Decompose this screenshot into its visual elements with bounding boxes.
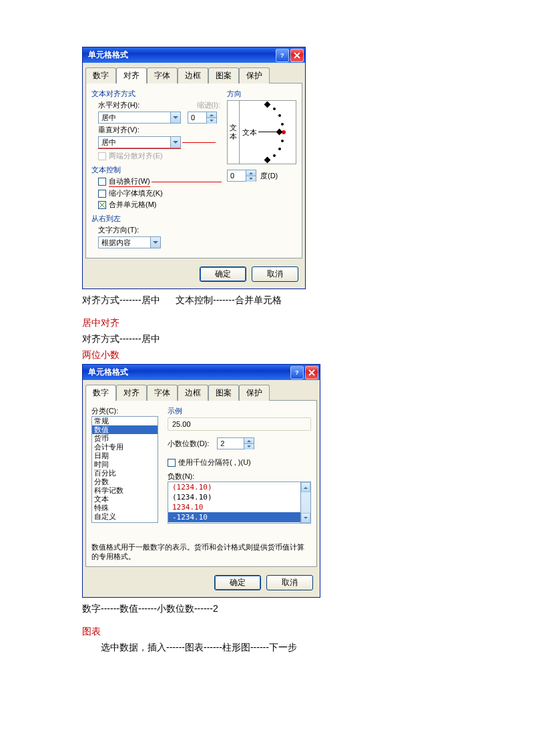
list-item[interactable]: 会计专用 bbox=[92, 443, 158, 451]
list-item[interactable]: 日期 bbox=[92, 451, 158, 460]
decimal-places-spinner[interactable]: 2 bbox=[217, 437, 254, 449]
list-item[interactable]: (1234.10) bbox=[168, 482, 300, 492]
wrap-checkbox[interactable] bbox=[98, 178, 106, 186]
section-text-alignment: 文本对齐方式 bbox=[91, 89, 223, 99]
negative-numbers-listbox[interactable]: (1234.10) (1234.10) 1234.10 -1234.10 bbox=[168, 482, 311, 524]
cancel-button[interactable]: 取消 bbox=[252, 266, 298, 282]
list-item[interactable]: -1234.10 bbox=[168, 512, 300, 522]
tab-protect[interactable]: 保护 bbox=[239, 385, 270, 401]
tab-pattern[interactable]: 图案 bbox=[208, 385, 239, 401]
shrink-checkbox[interactable] bbox=[98, 190, 106, 198]
justify-distribute-label: 两端分散对齐(E) bbox=[109, 151, 163, 161]
dialog-title: 单元格格式 bbox=[88, 367, 289, 378]
cell-format-dialog-number: 单元格格式 ? 数字 对齐 字体 边框 图案 保护 分类(C): 常规 数值 货… bbox=[82, 364, 320, 598]
list-item[interactable]: 分数 bbox=[92, 478, 158, 486]
tab-protect[interactable]: 保护 bbox=[239, 67, 270, 83]
h-align-label: 水平对齐(H): bbox=[98, 100, 140, 110]
tab-alignment[interactable]: 对齐 bbox=[116, 385, 147, 401]
text-dir-combo[interactable]: 根据内容 bbox=[98, 236, 161, 248]
tab-panel-number: 分类(C): 常规 数值 货币 会计专用 日期 时间 百分比 分数 科学记数 文… bbox=[85, 400, 317, 567]
v-align-label: 垂直对齐(V): bbox=[98, 125, 140, 135]
category-label: 分类(C): bbox=[91, 406, 158, 416]
section-rtl: 从右到左 bbox=[91, 214, 223, 224]
thousand-separator-label: 使用千位分隔符( , )(U) bbox=[178, 457, 251, 467]
heading-chart: 图表 bbox=[82, 624, 481, 638]
scrollbar[interactable] bbox=[300, 482, 310, 523]
heading-two-decimals: 两位小数 bbox=[82, 348, 481, 361]
list-item[interactable]: 科学记数 bbox=[92, 486, 158, 495]
wrap-label: 自动换行(W) bbox=[109, 177, 150, 185]
h-align-combo[interactable]: 居中 bbox=[98, 112, 181, 124]
tab-number[interactable]: 数字 bbox=[85, 385, 116, 401]
indent-spinner[interactable]: 0 bbox=[188, 112, 217, 124]
list-item[interactable]: 货币 bbox=[92, 434, 158, 443]
tab-border[interactable]: 边框 bbox=[178, 67, 208, 83]
section-orientation: 方向 bbox=[227, 89, 296, 99]
help-button[interactable]: ? bbox=[290, 366, 304, 379]
close-button[interactable] bbox=[290, 49, 304, 62]
tab-border[interactable]: 边框 bbox=[178, 385, 208, 401]
list-item[interactable]: 文本 bbox=[92, 495, 158, 504]
sample-value: 25.00 bbox=[168, 417, 311, 431]
svg-text:?: ? bbox=[295, 369, 299, 376]
negative-label: 负数(N): bbox=[168, 471, 311, 482]
tab-strip: 数字 对齐 字体 边框 图案 保护 bbox=[85, 67, 302, 83]
list-item[interactable]: 数值 bbox=[92, 425, 158, 434]
list-item[interactable]: 百分比 bbox=[92, 469, 158, 478]
ok-button[interactable]: 确定 bbox=[200, 266, 246, 282]
degree-label: 度(D) bbox=[260, 171, 278, 181]
sample-label: 示例 bbox=[168, 406, 311, 416]
tab-font[interactable]: 字体 bbox=[147, 385, 178, 401]
tab-strip: 数字 对齐 字体 边框 图案 保护 bbox=[85, 384, 317, 400]
list-item[interactable]: 自定义 bbox=[92, 512, 158, 521]
list-item[interactable]: 常规 bbox=[92, 417, 158, 425]
cell-format-dialog-alignment: 单元格格式 ? 数字 对齐 字体 边框 图案 保护 文本对齐方式 水平对齐(H)… bbox=[82, 47, 306, 289]
caption-2: 对齐方式-------居中 bbox=[82, 332, 481, 345]
tab-font[interactable]: 字体 bbox=[147, 67, 178, 83]
text-dir-label: 文字方向(T): bbox=[98, 225, 139, 235]
tab-panel-alignment: 文本对齐方式 水平对齐(H): 缩进(I): 居中 0 垂直对齐(V): bbox=[85, 83, 302, 258]
cancel-button[interactable]: 取消 bbox=[266, 575, 313, 590]
list-item[interactable]: (1234.10) bbox=[168, 492, 300, 502]
tab-number[interactable]: 数字 bbox=[85, 67, 116, 83]
category-listbox[interactable]: 常规 数值 货币 会计专用 日期 时间 百分比 分数 科学记数 文本 特殊 自定… bbox=[91, 416, 158, 523]
titlebar[interactable]: 单元格格式 ? bbox=[83, 47, 305, 63]
caption-1: 对齐方式-------居中 文本控制-------合并单元格 bbox=[82, 293, 481, 307]
svg-text:?: ? bbox=[280, 52, 284, 59]
list-item[interactable]: 特殊 bbox=[92, 504, 158, 512]
dialog-title: 单元格格式 bbox=[88, 49, 274, 61]
caption-3: 数字------数值------小数位数------2 bbox=[82, 602, 481, 615]
orientation-widget[interactable]: 文本 文本 bbox=[227, 100, 296, 164]
shrink-label: 缩小字体填充(K) bbox=[109, 188, 163, 198]
heading-center-align: 居中对齐 bbox=[82, 316, 481, 329]
tab-pattern[interactable]: 图案 bbox=[208, 67, 239, 83]
orientation-text-marker: 文本 bbox=[242, 128, 257, 138]
close-button[interactable] bbox=[305, 366, 318, 379]
section-text-control: 文本控制 bbox=[91, 165, 223, 175]
caption-4: 选中数据，插入------图表------柱形图------下一步 bbox=[82, 640, 481, 654]
list-item[interactable]: 时间 bbox=[92, 460, 158, 469]
titlebar[interactable]: 单元格格式 ? bbox=[83, 365, 320, 380]
merge-checkbox[interactable] bbox=[98, 201, 106, 209]
decimal-places-label: 小数位数(D): bbox=[168, 439, 209, 449]
tab-alignment[interactable]: 对齐 bbox=[116, 67, 147, 83]
merge-label: 合并单元格(M) bbox=[109, 200, 157, 210]
indent-label: 缩进(I): bbox=[197, 100, 220, 110]
thousand-separator-checkbox[interactable] bbox=[168, 459, 176, 467]
number-format-description: 数值格式用于一般数字的表示。货币和会计格式则提供货币值计算的专用格式。 bbox=[91, 542, 311, 561]
list-item[interactable]: 1234.10 bbox=[168, 502, 300, 512]
v-align-combo[interactable]: 居中 bbox=[98, 136, 181, 148]
orientation-vertical-text[interactable]: 文本 bbox=[228, 101, 240, 164]
ok-button[interactable]: 确定 bbox=[214, 575, 261, 590]
justify-distribute-checkbox bbox=[98, 152, 106, 160]
help-button[interactable]: ? bbox=[276, 49, 289, 62]
degree-spinner[interactable]: 0 bbox=[227, 170, 256, 182]
